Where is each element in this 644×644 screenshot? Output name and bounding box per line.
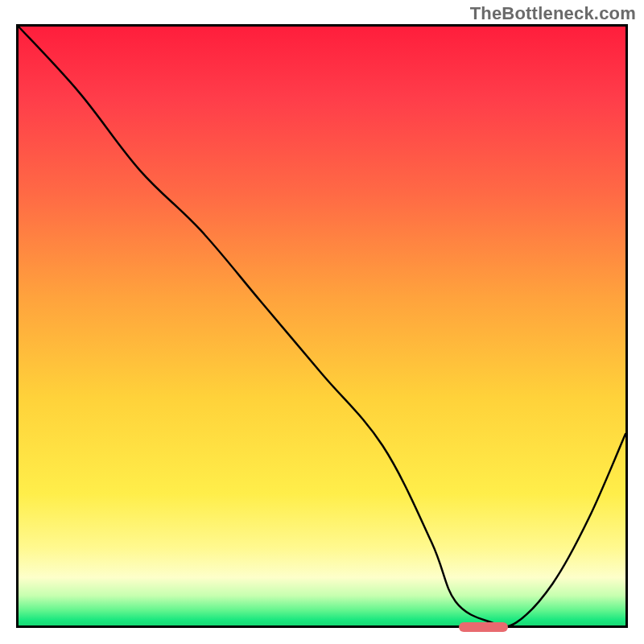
bottleneck-curve [19,27,625,625]
optimal-marker [459,622,508,632]
plot-area [16,24,628,628]
curve-path [19,27,625,626]
chart-root: TheBottleneck.com [0,0,644,644]
watermark-text: TheBottleneck.com [470,3,636,24]
